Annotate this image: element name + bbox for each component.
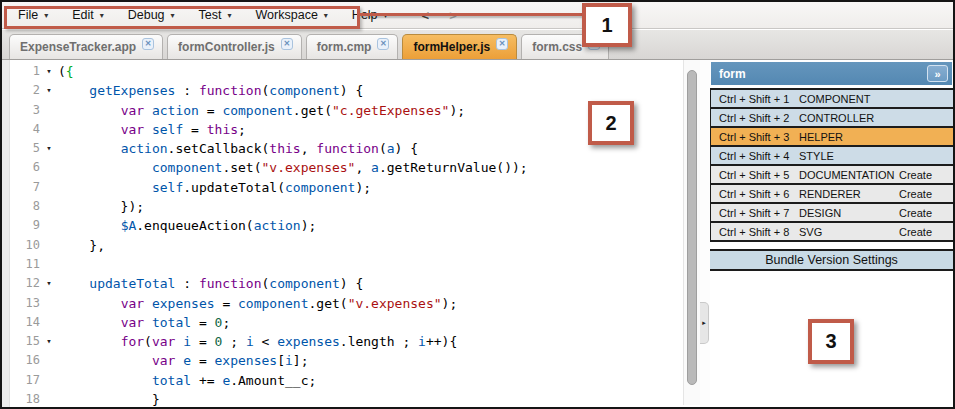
code-line[interactable]: 11 xyxy=(2,255,683,274)
shortcut-row-controller[interactable]: Ctrl + Shift + 2CONTROLLER xyxy=(711,109,953,128)
token: function xyxy=(316,141,379,156)
code-line[interactable]: 9 $A.enqueueAction(action); xyxy=(2,216,683,235)
token: ; xyxy=(222,334,245,349)
code-line[interactable]: 12▾ updateTotal : function(component) { xyxy=(2,274,683,293)
fold-arrow-icon[interactable]: ▾ xyxy=(40,332,58,351)
token: .updateTotal( xyxy=(183,180,285,195)
chevron-down-icon: ▾ xyxy=(384,10,388,20)
code-line[interactable]: 5▾ action.setCallback(this, function(a) … xyxy=(2,139,683,158)
token: ]; xyxy=(293,353,309,368)
tab-formhelper-js[interactable]: formHelper.js✕ xyxy=(402,34,517,59)
create-link[interactable]: Create xyxy=(899,169,953,181)
code-line[interactable]: 17 total += e.Amount__c; xyxy=(2,371,683,390)
menu-label: Debug xyxy=(128,8,165,22)
close-icon[interactable]: ✕ xyxy=(377,38,389,50)
code-line[interactable]: 10 }, xyxy=(2,236,683,255)
token xyxy=(58,373,152,388)
token: .enqueueAction( xyxy=(136,218,253,233)
create-link[interactable]: Create xyxy=(899,188,953,200)
shortcut-keys: Ctrl + Shift + 4 xyxy=(711,150,799,162)
fold-arrow-icon[interactable]: ▾ xyxy=(40,274,58,293)
menu-workspace[interactable]: Workspace▾ xyxy=(256,8,328,22)
token: ); xyxy=(449,103,465,118)
menu-edit[interactable]: Edit▾ xyxy=(72,8,104,22)
chevron-down-icon: ▾ xyxy=(228,10,232,20)
token xyxy=(58,296,121,311)
code-line[interactable]: 3 var action = component.get("c.getExpen… xyxy=(2,101,683,120)
fold-gutter xyxy=(40,255,58,274)
code-line[interactable]: 13 var expenses = component.get("v.expen… xyxy=(2,294,683,313)
token: ; xyxy=(238,122,246,137)
navigate-back-icon[interactable]: < xyxy=(422,8,430,23)
code-text: $A.enqueueAction(action); xyxy=(58,216,316,235)
code-line[interactable]: 7 self.updateTotal(component); xyxy=(2,178,683,197)
panel-divider[interactable] xyxy=(700,60,710,407)
create-link[interactable]: Create xyxy=(899,207,953,219)
code-line[interactable]: 15▾ for(var i = 0 ; i < expenses.length … xyxy=(2,332,683,351)
menu-items: File▾Edit▾Debug▾Test▾Workspace▾Help▾ xyxy=(18,8,412,22)
code-text: var action = component.get("c.getExpense… xyxy=(58,101,465,120)
fold-gutter xyxy=(40,294,58,313)
token xyxy=(58,315,121,330)
create-link[interactable]: Create xyxy=(899,226,953,238)
close-icon[interactable]: ✕ xyxy=(281,38,293,50)
shortcut-row-component[interactable]: Ctrl + Shift + 1COMPONENT xyxy=(711,90,953,109)
tab-formcontroller-js[interactable]: formController.js✕ xyxy=(167,34,302,59)
menu-file[interactable]: File▾ xyxy=(18,8,48,22)
token: component xyxy=(285,180,355,195)
token: , xyxy=(355,160,371,175)
code-line[interactable]: 1▾({ xyxy=(2,62,683,81)
close-icon[interactable]: ✕ xyxy=(142,38,154,50)
fold-gutter xyxy=(40,158,58,177)
shortcut-target: SVG xyxy=(799,226,899,238)
code-line[interactable]: 18 } xyxy=(2,390,683,407)
token: component xyxy=(269,83,339,98)
shortcut-row-documentation[interactable]: Ctrl + Shift + 5DOCUMENTATIONCreate xyxy=(711,166,953,185)
shortcut-row-design[interactable]: Ctrl + Shift + 7DESIGNCreate xyxy=(711,204,953,223)
bundle-header: form » xyxy=(711,62,952,85)
code-line[interactable]: 16 var e = expenses[i]; xyxy=(2,351,683,370)
token xyxy=(58,334,121,349)
token: "c.getExpenses" xyxy=(332,103,449,118)
token: : xyxy=(175,276,198,291)
editor-scrollbar[interactable] xyxy=(683,60,700,405)
token: ) { xyxy=(395,141,418,156)
code-editor[interactable]: 1▾({2▾ getExpenses : function(component)… xyxy=(2,60,683,407)
shortcut-row-svg[interactable]: Ctrl + Shift + 8SVGCreate xyxy=(711,223,953,242)
panel-collapse-handle[interactable]: ▸ xyxy=(700,302,709,344)
shortcut-keys: Ctrl + Shift + 7 xyxy=(711,207,799,219)
tab-expensetracker-app[interactable]: ExpenseTracker.app✕ xyxy=(9,34,163,59)
editor-gutter-strip xyxy=(2,60,10,407)
fold-gutter xyxy=(40,216,58,235)
token: a xyxy=(387,141,395,156)
token: this xyxy=(207,122,238,137)
menu-debug[interactable]: Debug▾ xyxy=(128,8,175,22)
fold-arrow-icon[interactable]: ▾ xyxy=(40,62,58,81)
fold-gutter xyxy=(40,120,58,139)
fold-gutter xyxy=(40,236,58,255)
shortcut-row-style[interactable]: Ctrl + Shift + 4STYLE xyxy=(711,147,953,166)
tab-form-cmp[interactable]: form.cmp✕ xyxy=(306,34,399,59)
fold-gutter xyxy=(40,313,58,332)
code-line[interactable]: 14 var total = 0; xyxy=(2,313,683,332)
panel-expand-icon[interactable]: » xyxy=(927,65,948,82)
token: : xyxy=(175,83,198,98)
shortcut-row-helper[interactable]: Ctrl + Shift + 3HELPER xyxy=(711,128,953,147)
fold-gutter xyxy=(40,101,58,120)
menu-label: Test xyxy=(199,8,222,22)
token: var xyxy=(152,334,175,349)
code-line[interactable]: 6 component.set("v.expenses", a.getRetur… xyxy=(2,158,683,177)
bundle-version-settings-bar[interactable]: Bundle Version Settings xyxy=(710,249,953,271)
shortcut-row-renderer[interactable]: Ctrl + Shift + 6RENDERERCreate xyxy=(711,185,953,204)
editor-scrollbar-thumb[interactable] xyxy=(687,70,697,385)
menu-test[interactable]: Test▾ xyxy=(199,8,232,22)
code-line[interactable]: 4 var self = this; xyxy=(2,120,683,139)
fold-arrow-icon[interactable]: ▾ xyxy=(40,81,58,100)
code-line[interactable]: 8 }); xyxy=(2,197,683,216)
close-icon[interactable]: ✕ xyxy=(496,38,508,50)
fold-gutter xyxy=(40,197,58,216)
code-line[interactable]: 2▾ getExpenses : function(component) { xyxy=(2,81,683,100)
token xyxy=(144,103,152,118)
menu-help[interactable]: Help▾ xyxy=(352,8,388,22)
fold-arrow-icon[interactable]: ▾ xyxy=(40,139,58,158)
